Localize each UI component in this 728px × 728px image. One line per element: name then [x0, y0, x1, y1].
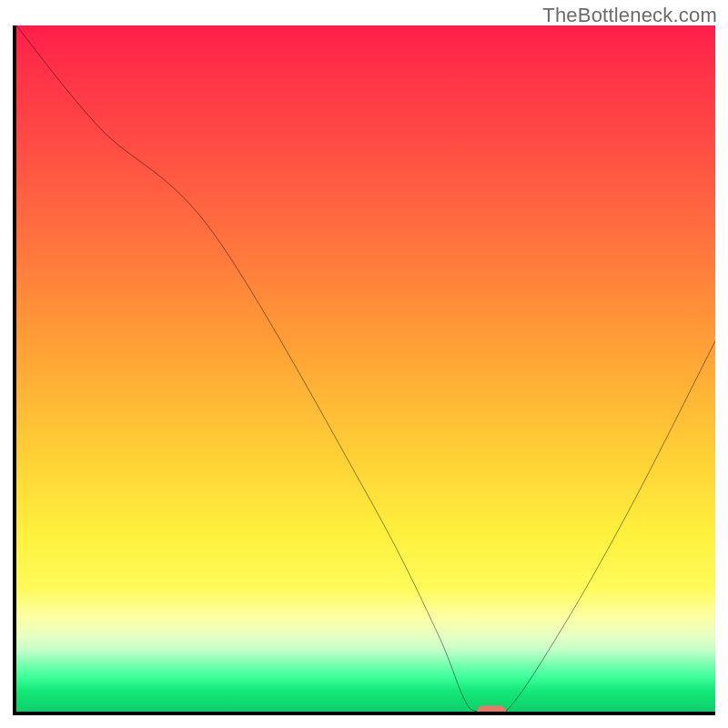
chart-container: TheBottleneck.com	[0, 0, 728, 728]
bottleneck-curve	[16, 25, 715, 712]
optimum-marker	[477, 706, 506, 716]
plot-area	[13, 25, 715, 715]
watermark-text: TheBottleneck.com	[542, 4, 717, 27]
